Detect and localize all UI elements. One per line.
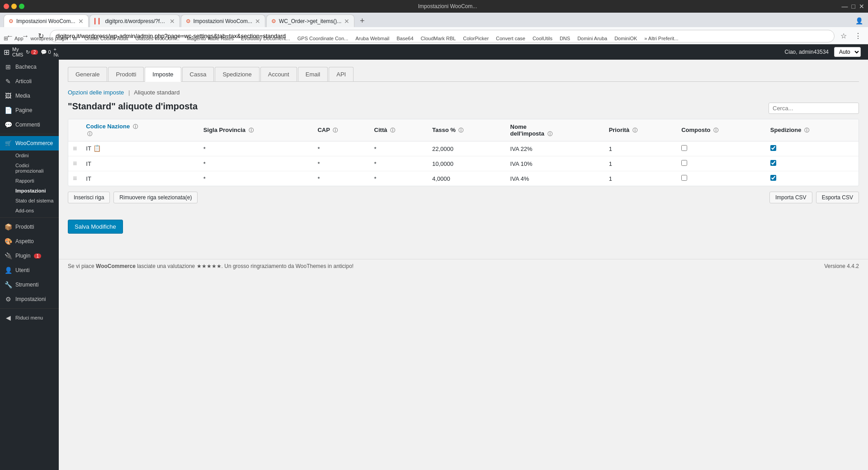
maximize-button[interactable]: □: [852, 3, 855, 10]
updates-button[interactable]: ↻ 2: [26, 49, 38, 55]
browser-tab-4[interactable]: ⚙ WC_Order->get_items()... ✕: [266, 14, 354, 27]
tab-email[interactable]: Email: [298, 67, 328, 81]
composto-checkbox-2[interactable]: [681, 160, 687, 166]
bookmark-cloudmark[interactable]: CloudMark RBL: [418, 35, 459, 42]
sidebar-item-utenti[interactable]: 👤 Utenti: [0, 263, 59, 277]
spedizione-cell-3[interactable]: [766, 171, 859, 186]
sidebar-sub-addons[interactable]: Add-ons: [11, 206, 59, 216]
sidebar-sub-rapporti[interactable]: Rapporti: [11, 176, 59, 186]
save-button[interactable]: Salva Modifiche: [68, 220, 123, 234]
drag-handle-2[interactable]: ≡: [73, 160, 77, 167]
bookmark-dominiok[interactable]: DominiOK: [612, 35, 640, 42]
tab-close-2[interactable]: ✕: [170, 18, 175, 25]
sidebar-item-articoli[interactable]: ✎ Articoli: [0, 74, 59, 89]
sidebar-item-commenti[interactable]: 💬 Commenti: [0, 118, 59, 132]
tab-imposte[interactable]: Imposte: [145, 67, 181, 82]
drag-cell-3[interactable]: ≡: [68, 171, 81, 186]
bookmark-coolutils[interactable]: CoolUtils: [530, 35, 555, 42]
composto-cell-1[interactable]: [677, 141, 766, 156]
browser-tab-1[interactable]: ⚙ Impostazioni WooCom... ✕: [4, 14, 89, 27]
bookmark-button[interactable]: ☆: [837, 30, 850, 42]
th-codice-nazione[interactable]: Codice Nazione ⓘ ⓘ: [81, 119, 199, 141]
codice-cell-1[interactable]: IT 📋: [81, 141, 199, 155]
composto-checkbox-1[interactable]: [681, 145, 687, 151]
tab-close-4[interactable]: ✕: [344, 18, 349, 25]
sidebar-sub-impostazioni[interactable]: Impostazioni: [11, 186, 59, 196]
tab-close-1[interactable]: ✕: [78, 18, 84, 25]
drag-handle-3[interactable]: ≡: [73, 174, 77, 182]
tab-close-3[interactable]: ✕: [255, 18, 260, 25]
spedizione-cell-2[interactable]: [766, 156, 859, 171]
tab-account[interactable]: Account: [260, 67, 297, 81]
spedizione-checkbox-1[interactable]: [770, 145, 776, 151]
spedizione-checkbox-2[interactable]: [770, 160, 776, 166]
tab-spedizione[interactable]: Spedizione: [215, 67, 259, 81]
menu-button[interactable]: ⋮: [852, 30, 864, 42]
bookmark-app[interactable]: App: [12, 35, 26, 42]
sidebar-item-prodotti[interactable]: 📦 Prodotti: [0, 220, 59, 234]
search-input[interactable]: [769, 103, 859, 114]
th-sigla-provincia: Sigla Provincia ⓘ: [199, 119, 313, 141]
import-csv-button[interactable]: Importa CSV: [769, 192, 812, 203]
composto-cell-3[interactable]: [677, 171, 766, 186]
bookmark-convert[interactable]: Convert case: [493, 35, 528, 42]
sidebar-item-bacheca[interactable]: ⊞ Bacheca: [0, 60, 59, 74]
export-csv-button[interactable]: Esporta CSV: [816, 192, 859, 203]
priorita-cell-2: 1: [604, 156, 677, 171]
bookmark-cookie[interactable]: Online Cookie Audit: [82, 35, 131, 42]
sidebar-item-aspetto[interactable]: 🎨 Aspetto: [0, 234, 59, 249]
composto-cell-2[interactable]: [677, 156, 766, 171]
wp-logo-icon[interactable]: ⊞: [4, 48, 9, 56]
sidebar-item-impostazioni[interactable]: ⚙ Impostazioni: [0, 292, 59, 306]
language-select[interactable]: Auto: [834, 47, 861, 57]
insert-row-button[interactable]: Inserisci riga: [68, 192, 110, 203]
help-citta-icon: ⓘ: [390, 127, 395, 133]
bookmark-base64[interactable]: Base64: [394, 35, 416, 42]
help-priorita-icon: ⓘ: [632, 127, 637, 133]
nome-cell-3: IVA 4%: [506, 171, 604, 186]
drag-cell-1[interactable]: ≡: [68, 141, 81, 156]
tab-cassa[interactable]: Cassa: [182, 67, 214, 81]
bookmark-domini[interactable]: Domini Aruba: [575, 35, 610, 42]
bookmark-altri[interactable]: » Altri Preferit...: [642, 35, 681, 42]
breadcrumb-parent-link[interactable]: Opzioni delle imposte: [68, 89, 124, 96]
browser-tab-2[interactable]: ▎▎ digitpro.it/wordpress/?fe... ✕: [90, 14, 180, 27]
sigla-cell-3: *: [199, 171, 313, 186]
minimize-button[interactable]: —: [842, 3, 848, 10]
drag-cell-2[interactable]: ≡: [68, 156, 81, 171]
new-tab-button[interactable]: +: [355, 14, 369, 27]
remove-row-button[interactable]: Rimuovere riga selezionata(e): [113, 192, 198, 203]
tab-prodotti[interactable]: Prodotti: [108, 67, 144, 81]
bookmark-dns[interactable]: DNS: [557, 35, 573, 42]
sidebar-sub-stato[interactable]: Stato del sistema: [11, 196, 59, 206]
sidebar-item-plugin[interactable]: 🔌 Plugin 1: [0, 249, 59, 263]
tab-generale[interactable]: Generale: [68, 67, 107, 81]
sidebar-item-woocommerce[interactable]: 🛒 WooCommerce: [0, 136, 59, 150]
bookmark-evolutility[interactable]: Evolutility Document...: [238, 35, 293, 42]
site-name-link[interactable]: My CMS: [12, 47, 23, 57]
bookmark-magento[interactable]: Magento Table Rates: [184, 35, 236, 42]
bookmark-colorpicker[interactable]: ColorPicker: [460, 35, 491, 42]
bookmark-wp-plugin[interactable]: wordpress plugin - W: [28, 35, 80, 42]
drag-handle-1[interactable]: ≡: [73, 145, 77, 152]
sidebar-item-pagine[interactable]: 📄 Pagine: [0, 103, 59, 118]
composto-checkbox-3[interactable]: [681, 175, 687, 181]
bookmark-gps[interactable]: GPS Coordinate Con...: [295, 35, 351, 42]
bookmark-aruba[interactable]: Aruba Webmail: [353, 35, 392, 42]
user-profile-button[interactable]: 👤: [854, 15, 864, 26]
bookmark-glasses[interactable]: Glasses WooCom...: [133, 35, 183, 42]
comments-button[interactable]: 💬 0: [41, 49, 51, 55]
spedizione-cell-1[interactable]: [766, 141, 859, 156]
browser-tab-3[interactable]: ⚙ Impostazioni WooCom... ✕: [181, 14, 266, 27]
new-content-button[interactable]: + Nuovo: [54, 47, 59, 57]
sidebar-label-impostazioni: Impostazioni: [15, 296, 46, 302]
footer-version: Versione 4.4.2: [824, 263, 859, 269]
sidebar-sub-ordini[interactable]: Ordini: [11, 150, 59, 160]
sidebar-collapse-menu[interactable]: ◀ Riduci menu: [0, 310, 59, 325]
sidebar-item-strumenti[interactable]: 🔧 Strumenti: [0, 277, 59, 292]
spedizione-checkbox-3[interactable]: [770, 175, 776, 181]
close-button[interactable]: ✕: [859, 3, 864, 10]
sidebar-sub-codici[interactable]: Codici promozionali: [11, 160, 59, 176]
sidebar-item-media[interactable]: 🖼 Media: [0, 89, 59, 103]
tab-api[interactable]: API: [329, 67, 354, 81]
